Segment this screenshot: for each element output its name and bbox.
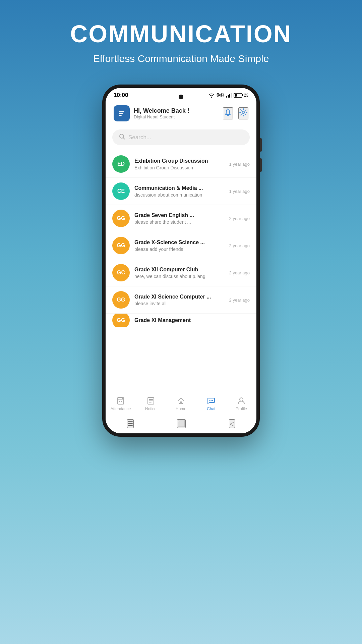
header-text: Hi, Welcome Back ! Digital Nepal Student: [134, 107, 189, 119]
phone-screen: 10:00 你好: [106, 88, 256, 433]
nav-item-profile[interactable]: Profile: [226, 396, 256, 411]
chat-time: 2 year ago: [229, 216, 250, 221]
menu-button[interactable]: ☰: [127, 419, 134, 428]
nav-label-profile: Profile: [236, 407, 247, 411]
nav-item-attendance[interactable]: Attendance: [106, 396, 136, 411]
nav-item-notice[interactable]: Notice: [136, 396, 166, 411]
phone-frame: 10:00 你好: [102, 85, 260, 437]
search-container: Search...: [106, 127, 256, 151]
signal-icon: [226, 93, 232, 98]
page-title-section: COMMUNICATION Effortless Communication M…: [70, 20, 292, 85]
svg-point-16: [212, 400, 213, 401]
chat-preview: please add your friends: [134, 247, 225, 252]
chat-name: Communication & Media ...: [134, 185, 225, 191]
attendance-icon: [116, 396, 125, 405]
avatar: CE: [112, 182, 130, 200]
nav-label-home: Home: [176, 407, 186, 411]
chat-time: 1 year ago: [229, 162, 250, 167]
chat-info: Grade XI Management: [134, 317, 250, 323]
svg-rect-7: [119, 115, 122, 116]
chat-time: 2 year ago: [229, 298, 250, 303]
settings-button[interactable]: [238, 107, 248, 119]
logo-icon: [117, 109, 126, 118]
bottom-nav: Attendance Notice Home: [106, 393, 256, 416]
status-icons: 你好 23: [208, 93, 248, 98]
avatar-text: ED: [117, 161, 125, 167]
header-left: Hi, Welcome Back ! Digital Nepal Student: [114, 105, 189, 121]
chat-item[interactable]: ED Exhibition Group Discussion Exhibitio…: [106, 151, 256, 178]
svg-rect-3: [231, 93, 232, 98]
bell-icon: [224, 108, 232, 117]
chat-icon: [207, 396, 216, 405]
chat-info: Exhibition Group Discussion Exhibition G…: [134, 158, 225, 170]
chat-item[interactable]: GG Grade Seven English ... please share …: [106, 205, 256, 232]
nav-item-chat[interactable]: Chat: [196, 396, 226, 411]
chat-info: Grade XI Science Computer ... please inv…: [134, 294, 225, 306]
main-title: COMMUNICATION: [70, 20, 292, 48]
chat-list: ED Exhibition Group Discussion Exhibitio…: [106, 151, 256, 393]
wifi-icon: [208, 93, 215, 98]
chat-item[interactable]: GG Grade XI Science Computer ... please …: [106, 286, 256, 314]
network-text: 你好: [216, 93, 224, 98]
avatar: GG: [112, 291, 130, 309]
battery-icon: [234, 93, 242, 98]
chat-item[interactable]: GG Grade XI Management: [106, 314, 256, 327]
chat-preview: Exhibition Group Discussion: [134, 165, 225, 170]
svg-rect-12: [121, 401, 122, 402]
volume-button-2: [260, 158, 262, 172]
svg-point-8: [242, 111, 245, 114]
avatar: GC: [112, 264, 130, 281]
app-header: Hi, Welcome Back ! Digital Nepal Student: [106, 101, 256, 127]
svg-rect-10: [118, 397, 124, 404]
chat-name: Grade XI Science Computer ...: [134, 294, 225, 300]
search-placeholder: Search...: [128, 134, 151, 141]
avatar-text: GC: [117, 270, 125, 276]
nav-label-chat: Chat: [207, 407, 215, 411]
avatar-text: GG: [117, 243, 125, 249]
avatar-text: GG: [117, 317, 125, 323]
home-icon: [177, 396, 185, 405]
header-icons: [223, 107, 248, 119]
avatar: GG: [112, 314, 130, 327]
search-bar[interactable]: Search...: [112, 129, 250, 145]
svg-rect-5: [119, 111, 124, 112]
nav-item-home[interactable]: Home: [166, 396, 196, 411]
avatar-text: GG: [117, 297, 125, 303]
chat-item[interactable]: GG Grade X-Science Science ... please ad…: [106, 232, 256, 259]
chat-info: Grade Seven English ... please share the…: [134, 212, 225, 225]
svg-rect-1: [228, 95, 229, 98]
search-icon: [119, 133, 125, 141]
chat-name: Grade X-Science Science ...: [134, 239, 225, 246]
chat-info: Grade XII Computer Club here, we can dis…: [134, 267, 225, 279]
chat-item[interactable]: GC Grade XII Computer Club here, we can …: [106, 259, 256, 286]
svg-rect-11: [119, 401, 120, 402]
svg-point-9: [120, 134, 124, 138]
svg-rect-2: [229, 94, 230, 98]
chat-preview: discussion about communication: [134, 192, 225, 198]
main-subtitle: Effortless Communication Made Simple: [70, 53, 292, 64]
chat-item[interactable]: CE Communication & Media ... discussion …: [106, 178, 256, 205]
chat-time: 1 year ago: [229, 189, 250, 194]
chat-name: Exhibition Group Discussion: [134, 158, 225, 164]
chat-time: 2 year ago: [229, 270, 250, 275]
chat-info: Communication & Media ... discussion abo…: [134, 185, 225, 198]
svg-point-17: [240, 398, 243, 401]
back-button[interactable]: ◁: [229, 419, 235, 428]
chat-preview: here, we can discuss about p.lang: [134, 274, 225, 279]
battery-percent: 23: [244, 93, 248, 98]
notification-button[interactable]: [223, 107, 233, 119]
svg-point-14: [209, 400, 210, 401]
volume-button-1: [260, 138, 262, 152]
camera-notch: [179, 95, 183, 99]
notice-icon: [146, 396, 155, 405]
svg-rect-0: [226, 96, 227, 98]
chat-time: 2 year ago: [229, 243, 250, 248]
app-logo: [114, 105, 130, 121]
profile-icon: [237, 396, 246, 405]
home-button[interactable]: ⬜: [177, 419, 186, 428]
chat-name: Grade XII Computer Club: [134, 267, 225, 273]
chat-preview: please share the student ...: [134, 219, 225, 225]
chat-info: Grade X-Science Science ... please add y…: [134, 239, 225, 252]
nav-label-notice: Notice: [145, 407, 157, 411]
gear-icon: [239, 108, 248, 117]
